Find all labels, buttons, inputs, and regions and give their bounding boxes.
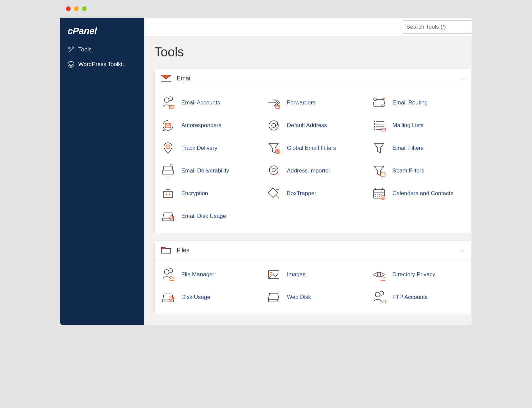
tools-icon [68,46,74,53]
tool-label: Mailing Lists [392,122,424,129]
funnel-globe-icon [266,141,281,155]
main-area: Tools Email︿Email AccountsForwardersEmai… [144,18,472,325]
tool-email-disk-usage[interactable]: Email Disk Usage [155,205,260,228]
mailbox-icon [161,163,175,178]
eye-folder-icon [372,267,386,282]
tool-default-address[interactable]: Default Address [260,114,366,137]
disk-pie-icon [161,209,175,224]
tool-images[interactable]: Images [260,263,366,286]
window-minimize-icon[interactable] [74,6,79,11]
disk-icon [266,290,281,305]
boxtrap-icon [266,186,281,201]
tool-email-accounts[interactable]: Email Accounts [155,91,260,114]
tool-directory-privacy[interactable]: Directory Privacy [366,263,471,286]
tool-label: Disk Usage [181,294,210,301]
tool-label: Track Delivery [181,145,217,151]
tool-label: Email Deliverability [181,167,229,174]
tool-disk-usage[interactable]: Disk Usage [155,286,260,309]
tool-label: Email Filters [392,145,424,151]
funnel-alert-icon [372,163,386,178]
tool-label: Forwarders [287,99,316,106]
tool-label: Default Address [287,122,327,129]
sidebar-item-label: WordPress Toolkit [78,61,124,68]
tool-box-trapper[interactable]: BoxTrapper [260,182,366,205]
tool-email-filters[interactable]: Email Filters [366,137,471,159]
page-title: Tools [144,43,472,65]
user-mail-icon [161,95,175,110]
section-header-files[interactable]: Files︿ [155,241,471,260]
wordpress-icon [68,61,74,68]
pin-mail-icon [161,141,175,155]
tool-label: Autoresponders [181,122,221,129]
forward-icon [266,95,281,110]
tool-encryption[interactable]: Encryption [155,182,260,205]
section-body-email: Email AccountsForwardersEmail RoutingAut… [155,88,471,234]
envelope-icon [161,74,171,82]
tool-autoresponders[interactable]: Autoresponders [155,114,260,137]
autoresponder-icon [161,118,175,133]
section-title: Files [177,247,461,254]
tool-label: Address Importer [287,167,330,174]
image-icon [266,267,281,282]
tool-label: Spam Filters [392,167,424,174]
user-ftp-icon [372,290,386,305]
user-folder-icon [161,267,175,282]
tool-calendars-contacts[interactable]: Calendars and Contacts [366,182,471,205]
tool-label: Email Disk Usage [181,213,226,220]
tool-mailing-lists[interactable]: Mailing Lists [366,114,471,137]
section-email: Email︿Email AccountsForwardersEmail Rout… [154,69,472,234]
tool-file-manager[interactable]: File Manager [155,263,260,286]
tool-label: Images [287,271,306,278]
tool-ftp-accounts[interactable]: FTP Accounts [366,286,471,309]
section-files: Files︿File ManagerImagesDirectory Privac… [154,241,472,315]
tool-label: FTP Accounts [392,294,428,301]
window-titlebar [60,0,472,17]
tool-label: Email Accounts [181,99,220,106]
tool-label: File Manager [181,271,214,278]
sidebar: cPanel ToolsWordPress Toolkit [60,18,144,325]
section-title: Email [177,75,461,82]
routing-icon [372,95,386,110]
tool-email-deliverability[interactable]: Email Deliverability [155,159,260,182]
topbar [144,18,472,36]
tool-label: Directory Privacy [392,271,435,278]
tool-label: Global Email Filters [287,145,336,151]
calendar-icon [372,186,386,201]
at-icon [266,118,281,133]
chevron-up-icon: ︿ [461,247,465,253]
tool-track-delivery[interactable]: Track Delivery [155,137,260,159]
sidebar-item-tools[interactable]: Tools [60,42,144,57]
brand-text: cPanel [68,26,97,36]
tool-global-email-filters[interactable]: Global Email Filters [260,137,366,159]
disk-pie-icon [161,290,175,305]
browser-window: cPanel ToolsWordPress Toolkit Tools Emai… [60,0,472,325]
at-up-icon [266,163,281,178]
tool-spam-filters[interactable]: Spam Filters [366,159,471,182]
tool-label: Email Routing [392,99,428,106]
sidebar-item-label: Tools [78,46,92,53]
tool-label: Calendars and Contacts [392,190,453,197]
section-header-email[interactable]: Email︿ [155,69,471,88]
tool-address-importer[interactable]: Address Importer [260,159,366,182]
content-scroll: Tools Email︿Email AccountsForwardersEmai… [144,36,472,325]
search-input[interactable] [402,20,472,34]
tool-label: Encryption [181,190,208,197]
tool-label: Web Disk [287,294,311,301]
window-maximize-icon[interactable] [82,6,87,11]
tool-forwarders[interactable]: Forwarders [260,91,366,114]
tool-label: BoxTrapper [287,190,316,197]
tool-web-disk[interactable]: Web Disk [260,286,366,309]
window-close-icon[interactable] [66,6,71,11]
tool-email-routing[interactable]: Email Routing [366,91,471,114]
brand-logo: cPanel [60,21,144,42]
chevron-up-icon: ︿ [461,75,465,81]
list-mail-icon [372,118,386,133]
section-body-files: File ManagerImagesDirectory PrivacyDisk … [155,260,471,315]
funnel-icon [372,141,386,155]
briefcase-icon [161,186,175,201]
folder-icon [161,246,171,254]
sidebar-item-wp[interactable]: WordPress Toolkit [60,57,144,72]
app-frame: cPanel ToolsWordPress Toolkit Tools Emai… [60,17,472,325]
